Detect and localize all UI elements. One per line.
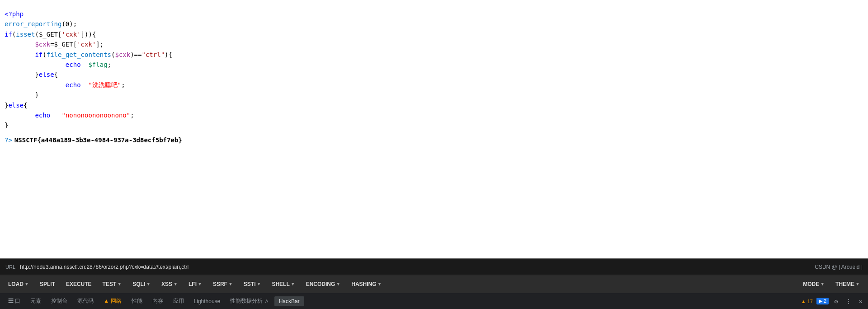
code-line-7: }else{ [5, 70, 863, 80]
code-line-11: echo "nononoononoonono"; [5, 110, 863, 120]
code-line-6: echo $flag; [5, 60, 863, 70]
code-line-4: $cxk=$_GET['cxk']; [5, 39, 863, 49]
code-line-1: <?php [5, 9, 863, 19]
code-line-9: } [5, 90, 863, 100]
code-line-3: if(isset($_GET['cxk'])){ [5, 29, 863, 39]
code-editor: <?php error_reporting(0); if(isset($_GET… [0, 0, 868, 208]
code-line-8: echo "洗洗睡吧"; [5, 80, 863, 90]
php-close-tag: ?> [5, 135, 12, 145]
code-line-2: error_reporting(0); [5, 19, 863, 29]
code-line-10: }else{ [5, 100, 863, 110]
code-line-12: } [5, 120, 863, 130]
flag-value: NSSCTF{a448a189-3b3e-4984-937a-3d8ecf5bf… [14, 135, 182, 145]
flag-line: ?> NSSCTF{a448a189-3b3e-4984-937a-3d8ecf… [5, 135, 863, 145]
code-line-5: if(file_get_contents($cxk)=="ctrl"){ [5, 50, 863, 60]
